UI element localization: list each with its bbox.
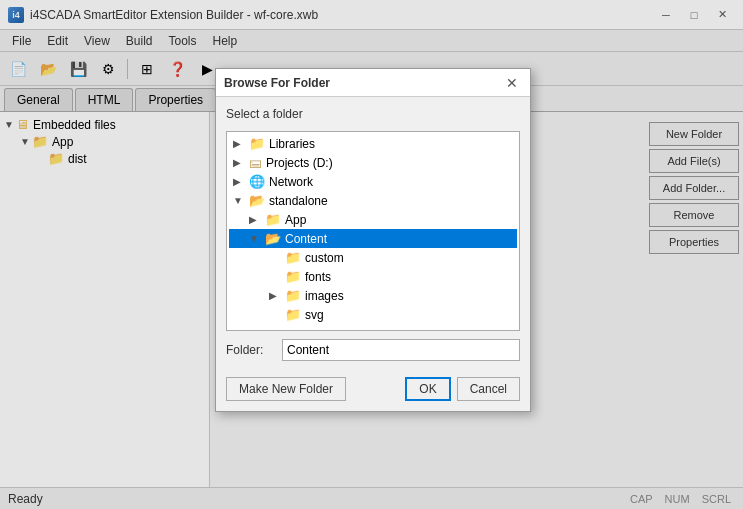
browse-tree[interactable]: ▶ 📁 Libraries ▶ 🖴 Projects (D:) ▶: [226, 131, 520, 331]
browse-label-custom: custom: [305, 251, 344, 265]
browse-label-standalone: standalone: [269, 194, 328, 208]
expand-images: ▶: [269, 290, 285, 301]
folder-input[interactable]: [282, 339, 520, 361]
expand-network: ▶: [233, 176, 249, 187]
browse-item-svg[interactable]: 📁 svg: [229, 305, 517, 324]
folder-icon-custom: 📁: [285, 250, 301, 265]
ok-button[interactable]: OK: [405, 377, 450, 401]
browse-item-custom[interactable]: 📁 custom: [229, 248, 517, 267]
browse-item-app[interactable]: ▶ 📁 App: [229, 210, 517, 229]
browse-label-network: Network: [269, 175, 313, 189]
browse-tree-inner: ▶ 📁 Libraries ▶ 🖴 Projects (D:) ▶: [227, 132, 519, 326]
dialog-instruction: Select a folder: [226, 107, 520, 121]
folder-icon-app-browse: 📁: [265, 212, 281, 227]
folder-icon-fonts: 📁: [285, 269, 301, 284]
dialog-body: Select a folder ▶ 📁 Libraries ▶: [216, 97, 530, 371]
dialog-title-bar: Browse For Folder ✕: [216, 69, 530, 97]
browse-item-images[interactable]: ▶ 📁 images: [229, 286, 517, 305]
expand-projects: ▶: [233, 157, 249, 168]
folder-icon-projects: 🖴: [249, 155, 262, 170]
expand-content: ▼: [249, 233, 265, 244]
browse-label-app: App: [285, 213, 306, 227]
browse-item-content[interactable]: ▼ 📂 Content: [229, 229, 517, 248]
browse-item-projects[interactable]: ▶ 🖴 Projects (D:): [229, 153, 517, 172]
expand-standalone: ▼: [233, 195, 249, 206]
folder-icon-svg: 📁: [285, 307, 301, 322]
expand-app-browse: ▶: [249, 214, 265, 225]
folder-icon-images: 📁: [285, 288, 301, 303]
make-new-folder-button[interactable]: Make New Folder: [226, 377, 346, 401]
dialog-overlay: Browse For Folder ✕ Select a folder ▶ 📁 …: [0, 0, 743, 509]
browse-label-svg: svg: [305, 308, 324, 322]
browse-label-content: Content: [285, 232, 327, 246]
browse-label-libraries: Libraries: [269, 137, 315, 151]
browse-item-standalone[interactable]: ▼ 📂 standalone: [229, 191, 517, 210]
folder-label: Folder:: [226, 343, 276, 357]
dialog-title: Browse For Folder: [224, 76, 330, 90]
dialog-close-button[interactable]: ✕: [502, 74, 522, 92]
main-window: i4 i4SCADA SmartEditor Extension Builder…: [0, 0, 743, 509]
folder-icon-standalone: 📂: [249, 193, 265, 208]
folder-icon-content: 📂: [265, 231, 281, 246]
browse-item-fonts[interactable]: 📁 fonts: [229, 267, 517, 286]
dialog-buttons: Make New Folder OK Cancel: [216, 371, 530, 411]
folder-icon-libraries: 📁: [249, 136, 265, 151]
browse-item-network[interactable]: ▶ 🌐 Network: [229, 172, 517, 191]
folder-label-row: Folder:: [226, 339, 520, 361]
browse-item-libraries[interactable]: ▶ 📁 Libraries: [229, 134, 517, 153]
browse-for-folder-dialog: Browse For Folder ✕ Select a folder ▶ 📁 …: [215, 68, 531, 412]
browse-label-images: images: [305, 289, 344, 303]
browse-label-fonts: fonts: [305, 270, 331, 284]
expand-libraries: ▶: [233, 138, 249, 149]
cancel-button[interactable]: Cancel: [457, 377, 520, 401]
folder-icon-network: 🌐: [249, 174, 265, 189]
browse-label-projects: Projects (D:): [266, 156, 333, 170]
